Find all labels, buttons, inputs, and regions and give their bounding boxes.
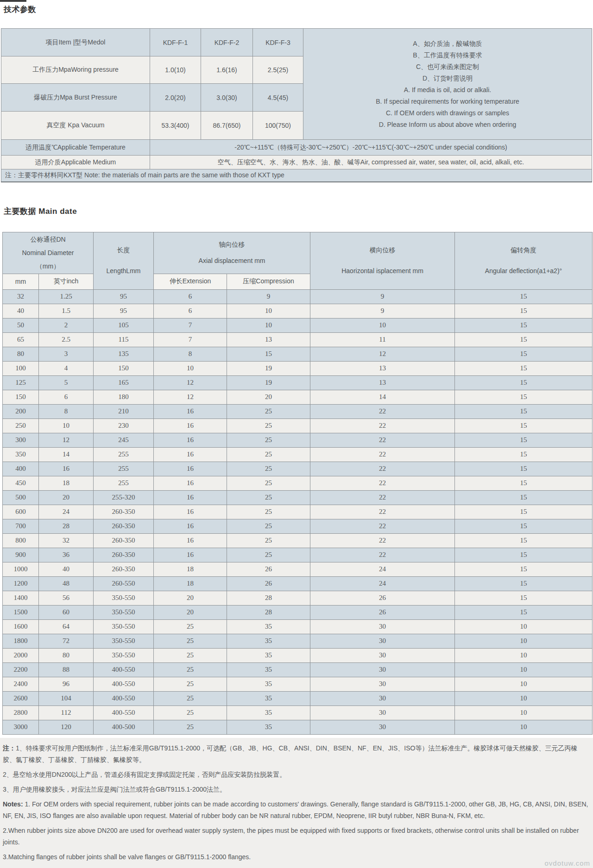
table-cell: 72: [39, 634, 94, 648]
table-cell: 24: [39, 505, 94, 519]
table-cell: 350-550: [94, 634, 154, 648]
table-cell: 40: [3, 304, 39, 318]
table-cell: 400-550: [94, 706, 154, 720]
table-row: 50020255-32016252215: [3, 490, 593, 505]
table-row: 2600104400-55025353010: [3, 691, 593, 706]
table-cell: 19: [227, 375, 310, 390]
table-row: 8031358151215: [3, 347, 593, 361]
table-cell: 25: [227, 533, 310, 548]
table-cell: 200: [3, 404, 39, 418]
note-prefix: 注：: [3, 744, 16, 752]
table-cell: 6: [154, 304, 227, 318]
table-row: 60024260-35016252215: [3, 505, 593, 519]
table-row: 100040260-35018262415: [3, 562, 593, 576]
table-row: 70028260-35016252215: [3, 519, 593, 533]
table-cell: 1.5: [39, 304, 94, 318]
table-cell: 16: [154, 505, 227, 519]
row-label: 工作压力MpaWoring pressure: [1, 56, 150, 84]
table-cell: 10: [455, 619, 593, 634]
table-cell: 10: [455, 720, 593, 734]
temperature-value: -20℃~+115℃（特殊可达-30℃~+250℃）-20℃~+115℃(-30…: [150, 140, 592, 156]
table-cell: 230: [94, 418, 154, 433]
table-cell: 700: [3, 519, 39, 533]
table-cell: 1400: [3, 591, 39, 605]
table-cell: 16: [154, 433, 227, 447]
note-prefix: Notes:: [3, 800, 23, 808]
table-cell: 22: [310, 418, 455, 433]
note-line-en-3: 3.Matching flanges of rubber joints shal…: [3, 851, 588, 863]
table-row: 150060350-55020282615: [3, 605, 593, 619]
header-line: Nominal Diameter: [3, 246, 93, 260]
table-cell: 104: [39, 691, 94, 706]
table-cell: 25: [154, 720, 227, 734]
table-cell: 1600: [3, 619, 39, 634]
page: 技术参数 项目Item |型号Medol KDF-F-1 KDF-F-2 KDF…: [0, 0, 593, 868]
table-cell: 15: [455, 390, 593, 404]
extension-subheader: 伸长Extension: [154, 274, 227, 289]
header-line: 横向位移: [310, 244, 454, 256]
tech-side-notes: A、如介质油，酸碱物质 B、工作温度有特殊要求 C、也可来函来图定制 D、订货时…: [303, 29, 592, 140]
side-note-line: C、也可来函来图定制: [305, 61, 590, 73]
table-cell: 15: [455, 361, 593, 375]
table-row: 125516512191315: [3, 375, 593, 390]
table-cell: 15: [455, 490, 593, 505]
table-cell: 25: [227, 548, 310, 562]
table-cell: 1000: [3, 562, 39, 576]
table-row: 3501425516252215: [3, 447, 593, 462]
table-cell: 10: [227, 304, 310, 318]
table-cell: 150: [3, 390, 39, 404]
header-line: Angular deflection(a1+a2)°: [455, 265, 592, 277]
table-cell: 260-550: [94, 576, 154, 591]
table-cell: 3000: [3, 720, 39, 734]
table-cell: 22: [310, 447, 455, 462]
axial-header: 轴向位移 Axial displacement mm: [154, 232, 310, 274]
cell: 53.3(400): [150, 112, 201, 140]
side-note-line: D. Please Inform us about above when ord…: [305, 119, 590, 131]
table-row: 140056350-55020282615: [3, 591, 593, 605]
table-cell: 2200: [3, 662, 39, 677]
cell: 4.5(45): [253, 84, 303, 112]
table-cell: 64: [39, 619, 94, 634]
table-cell: 10: [455, 691, 593, 706]
table-cell: 125: [3, 375, 39, 390]
side-note-line: A. If media is oil, acid or alkali.: [305, 84, 590, 96]
table-cell: 20: [154, 591, 227, 605]
main-section-title: 主要数据 Main date: [4, 206, 593, 217]
table-cell: 25: [154, 634, 227, 648]
table-cell: 30: [310, 706, 455, 720]
table-cell: 500: [3, 490, 39, 505]
table-cell: 13: [310, 375, 455, 390]
side-note-line: B. If special requirements for working t…: [305, 96, 590, 107]
header-line: 长度: [94, 244, 153, 256]
table-cell: 20: [39, 490, 94, 505]
table-cell: 16: [154, 404, 227, 418]
note-line-cn-2: 2、悬空给水使用DN200以上产品，管道必须有固定支撑或固定托架，否则产品应安装…: [3, 769, 588, 781]
tech-section-title: 技术参数: [4, 4, 593, 15]
table-row: 200080350-55025353010: [3, 648, 593, 662]
table-cell: 10: [455, 677, 593, 691]
table-cell: 25: [154, 648, 227, 662]
table-cell: 350-550: [94, 619, 154, 634]
table-cell: 9: [310, 304, 455, 318]
table-cell: 10: [227, 318, 310, 332]
table-cell: 18: [39, 476, 94, 490]
header-line: 轴向位移: [154, 238, 310, 251]
table-cell: 16: [154, 519, 227, 533]
table-cell: 245: [94, 433, 154, 447]
table-cell: 95: [94, 304, 154, 318]
table-cell: 260-350: [94, 505, 154, 519]
table-row: 321.259569915: [3, 289, 593, 304]
table-cell: 35: [227, 662, 310, 677]
table-cell: 10: [455, 648, 593, 662]
table-cell: 2000: [3, 648, 39, 662]
table-cell: 6: [154, 289, 227, 304]
model-header-3: KDF-F-3: [253, 29, 303, 56]
table-row: 180072350-55025353010: [3, 634, 593, 648]
table-row: 200821016252215: [3, 404, 593, 418]
medium-value: 空气、压缩空气、水、海水、热水、油、酸、碱等Air, compressed ai…: [150, 156, 592, 169]
table-cell: 20: [227, 390, 310, 404]
table-cell: 15: [455, 576, 593, 591]
table-cell: 1500: [3, 605, 39, 619]
table-cell: 250: [3, 418, 39, 433]
table-cell: 16: [154, 476, 227, 490]
